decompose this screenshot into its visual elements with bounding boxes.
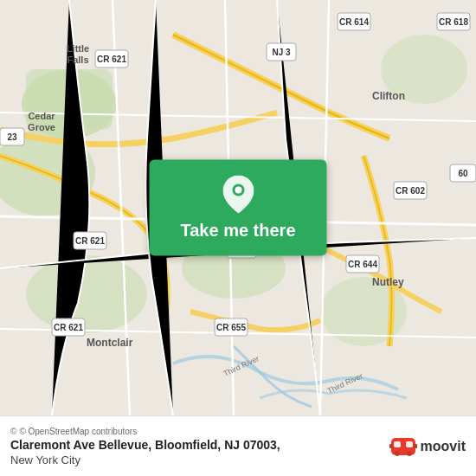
moovit-icon bbox=[389, 433, 417, 460]
svg-point-48 bbox=[235, 187, 241, 194]
svg-text:CR 655: CR 655 bbox=[216, 323, 246, 332]
svg-text:CR 621: CR 621 bbox=[75, 236, 105, 246]
copyright-symbol: © bbox=[10, 427, 16, 436]
svg-text:CR 621: CR 621 bbox=[54, 323, 83, 332]
moovit-wordmark: moovit bbox=[421, 439, 466, 454]
svg-text:Falls: Falls bbox=[67, 55, 88, 65]
svg-text:Cedar: Cedar bbox=[28, 111, 55, 121]
svg-text:Clifton: Clifton bbox=[372, 90, 405, 102]
svg-point-52 bbox=[395, 451, 400, 456]
svg-text:CR 614: CR 614 bbox=[339, 17, 369, 27]
svg-text:NJ 3: NJ 3 bbox=[272, 48, 291, 57]
svg-text:CR 644: CR 644 bbox=[348, 260, 377, 269]
svg-text:Nutley: Nutley bbox=[372, 276, 404, 288]
svg-text:Montclair: Montclair bbox=[87, 337, 133, 349]
svg-rect-51 bbox=[406, 441, 413, 447]
location-pin-icon bbox=[222, 176, 254, 214]
cta-label: Take me there bbox=[180, 221, 295, 241]
address-line1: Claremont Ave Bellevue, Bloomfield, NJ 0… bbox=[10, 438, 280, 452]
osm-text: © OpenStreetMap contributors bbox=[19, 427, 137, 436]
svg-rect-55 bbox=[414, 444, 417, 448]
svg-text:23: 23 bbox=[7, 132, 17, 142]
svg-rect-54 bbox=[389, 444, 393, 448]
map-container: CR 621 CR 621 CR 621 NJ 3 CR 614 CR 618 … bbox=[0, 0, 476, 415]
osm-credit: © © OpenStreetMap contributors bbox=[10, 427, 280, 436]
bottom-bar: © © OpenStreetMap contributors Claremont… bbox=[0, 415, 476, 476]
svg-text:CR 621: CR 621 bbox=[97, 55, 126, 64]
take-me-there-button[interactable]: Take me there bbox=[149, 160, 326, 256]
address-line2: New York City bbox=[10, 453, 280, 466]
svg-text:Little: Little bbox=[67, 43, 89, 54]
moovit-logo: moovit bbox=[389, 433, 466, 460]
svg-text:CR 602: CR 602 bbox=[396, 186, 425, 196]
svg-text:CR 618: CR 618 bbox=[439, 17, 468, 27]
svg-text:60: 60 bbox=[458, 169, 468, 178]
svg-text:Grove: Grove bbox=[28, 122, 55, 132]
svg-point-4 bbox=[26, 255, 147, 333]
svg-point-53 bbox=[407, 451, 412, 456]
svg-rect-50 bbox=[394, 441, 401, 447]
address-section: © © OpenStreetMap contributors Claremont… bbox=[10, 427, 280, 466]
